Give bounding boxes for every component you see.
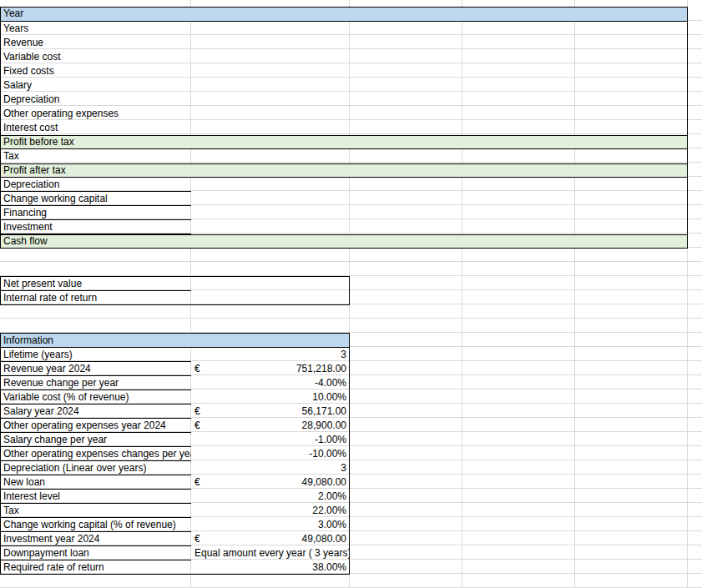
table-row[interactable]: New loan €49,080.00 [1, 475, 349, 490]
cell-label[interactable]: Years [1, 22, 191, 36]
value-text: 3 [341, 461, 346, 475]
table-row[interactable]: Tax [1, 149, 687, 163]
table-row[interactable]: Depreciation [1, 178, 687, 192]
value-text: 22.00% [312, 504, 346, 518]
cell-value[interactable]: 10.00% [191, 390, 349, 405]
cell-label[interactable]: New loan [1, 475, 191, 490]
cell-value[interactable]: 22.00% [191, 504, 349, 518]
table-row-net-present-value[interactable]: Net present value [1, 277, 349, 291]
cell-label[interactable]: Depreciation [1, 178, 191, 192]
cell-label[interactable]: Salary [1, 78, 191, 93]
table-row[interactable]: Change working capital [1, 192, 687, 206]
table-row[interactable]: Interest level 2.00% [1, 490, 349, 504]
cell-label[interactable]: Interest level [1, 490, 191, 504]
cell-label[interactable]: Revenue year 2024 [1, 362, 191, 376]
value-text: -4.00% [315, 376, 346, 390]
cell-label[interactable]: Fixed costs [1, 64, 191, 78]
table-row[interactable]: Variable cost [1, 50, 687, 64]
cell-value[interactable]: €751,218.00 [191, 362, 349, 376]
npv-table: Net present value Internal rate of retur… [0, 276, 350, 305]
cell-label[interactable]: Downpayment loan [1, 546, 191, 560]
cell-label[interactable]: Variable cost (% of revenue) [1, 390, 191, 405]
value-text: -1.00% [315, 433, 346, 447]
cell-label[interactable]: Revenue change per year [1, 376, 191, 390]
cell-value[interactable]: €49,080.00 [191, 475, 349, 490]
cell-label[interactable]: Depreciation (Linear over years) [1, 461, 191, 475]
value-text: 3.00% [318, 518, 346, 532]
value-text: 49,080.00 [302, 475, 346, 490]
table-row[interactable]: Depreciation (Linear over years) 3 [1, 461, 349, 475]
table-row[interactable]: Other operating expenses [1, 107, 687, 121]
cell-value[interactable]: €49,080.00 [191, 532, 349, 546]
table-row[interactable]: Other operating expenses changes per yea… [1, 447, 349, 461]
table-row[interactable]: Change working capital (% of revenue) 3.… [1, 518, 349, 532]
cell-label[interactable]: Year [1, 8, 191, 22]
value-text: 3 [341, 348, 346, 362]
cell-value[interactable]: 3.00% [191, 518, 349, 532]
table-row[interactable]: Depreciation [1, 93, 687, 107]
cell-label[interactable]: Required rate of return [1, 560, 191, 575]
cell-value[interactable]: 38.00% [191, 560, 349, 575]
cell-label[interactable]: Change working capital (% of revenue) [1, 518, 191, 532]
cell-label[interactable]: Salary change per year [1, 433, 191, 447]
cell-label[interactable]: Net present value [1, 277, 191, 291]
cell-value[interactable]: -1.00% [191, 433, 349, 447]
value-text: 28,900.00 [302, 419, 346, 433]
cell-value[interactable]: 3 [191, 461, 349, 475]
currency-symbol: € [194, 419, 200, 433]
cell-label[interactable]: Investment [1, 220, 191, 234]
cell-label[interactable]: Financing [1, 206, 191, 220]
table-row[interactable]: Lifetime (years) 3 [1, 348, 349, 362]
table-row[interactable]: Salary [1, 78, 687, 93]
table-row[interactable]: Required rate of return 38.00% [1, 560, 349, 575]
cell-label[interactable]: Lifetime (years) [1, 348, 191, 362]
table-row-cash-flow[interactable]: Cash flow [1, 234, 687, 249]
information-table: Information Lifetime (years) 3 Revenue y… [0, 333, 350, 575]
cell-value[interactable]: -4.00% [191, 376, 349, 390]
table-row[interactable]: Years [1, 22, 687, 36]
table-row[interactable]: Interest cost [1, 121, 687, 135]
information-header[interactable]: Information [1, 334, 349, 348]
cell-label[interactable]: Revenue [1, 36, 191, 50]
table-row[interactable]: Investment year 2024 €49,080.00 [1, 532, 349, 546]
cell-label[interactable]: Tax [1, 149, 191, 163]
cell-value[interactable]: 3 [191, 348, 349, 362]
cell-value[interactable]: -10.00% [191, 447, 349, 461]
table-row-internal-rate-of-return[interactable]: Internal rate of return [1, 291, 349, 305]
cell-value[interactable]: 2.00% [191, 490, 349, 504]
table-row[interactable]: Downpayment loan Equal amount every year… [1, 546, 349, 560]
cell-label[interactable]: Internal rate of return [1, 291, 191, 305]
cell-label[interactable]: Change working capital [1, 192, 191, 206]
table-row[interactable]: Revenue [1, 36, 687, 50]
cell-label[interactable]: Cash flow [1, 235, 191, 249]
cell-value[interactable]: Equal amount every year ( 3 years) [191, 546, 349, 560]
cell-label[interactable]: Interest cost [1, 121, 191, 135]
cell-label[interactable]: Variable cost [1, 50, 191, 64]
table-row[interactable]: Investment [1, 220, 687, 234]
cell-label[interactable]: Investment year 2024 [1, 532, 191, 546]
currency-symbol: € [194, 362, 200, 376]
table-row[interactable]: Tax 22.00% [1, 504, 349, 518]
cell-label[interactable]: Profit after tax [1, 164, 191, 178]
cell-value[interactable]: €56,171.00 [191, 405, 349, 419]
cell-label[interactable]: Profit before tax [1, 136, 191, 150]
cell-label[interactable]: Tax [1, 504, 191, 518]
cell-label[interactable]: Other operating expenses year 2024 [1, 419, 191, 433]
table-row[interactable]: Salary change per year -1.00% [1, 433, 349, 447]
cell-label[interactable]: Salary year 2024 [1, 405, 191, 419]
table-row[interactable]: Other operating expenses year 2024 €28,9… [1, 419, 349, 433]
table-row-year[interactable]: Year [1, 8, 687, 22]
table-row[interactable]: Revenue change per year -4.00% [1, 376, 349, 390]
cell-label[interactable]: Depreciation [1, 93, 191, 107]
cell-label[interactable]: Other operating expenses changes per yea… [1, 447, 191, 461]
cell-value[interactable]: €28,900.00 [191, 419, 349, 433]
table-row[interactable]: Fixed costs [1, 64, 687, 78]
table-row[interactable]: Revenue year 2024 €751,218.00 [1, 362, 349, 376]
table-row-profit-before-tax[interactable]: Profit before tax [1, 135, 687, 149]
table-row[interactable]: Salary year 2024 €56,171.00 [1, 405, 349, 419]
table-row-profit-after-tax[interactable]: Profit after tax [1, 163, 687, 178]
table-row[interactable]: Financing [1, 206, 687, 220]
table-row[interactable]: Variable cost (% of revenue) 10.00% [1, 390, 349, 405]
currency-symbol: € [194, 532, 200, 546]
cell-label[interactable]: Other operating expenses [1, 107, 191, 121]
